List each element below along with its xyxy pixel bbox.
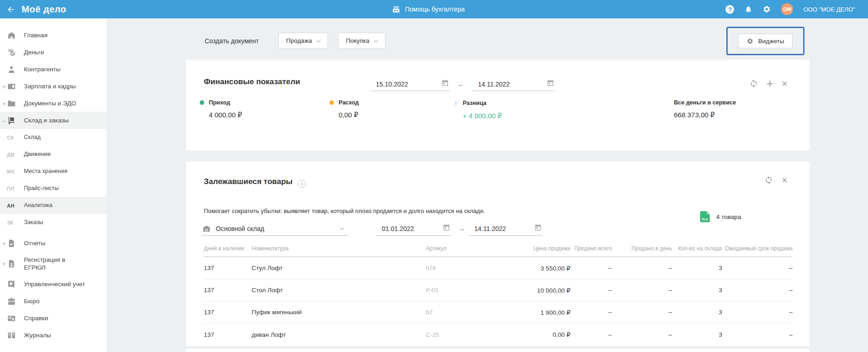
- sidebar-item-registraciya-egryul[interactable]: + Регистрация в ЕГРЮЛ: [0, 252, 107, 276]
- expand-plus[interactable]: +: [2, 100, 6, 107]
- collapse-minus[interactable]: –: [2, 117, 6, 124]
- sidebar-item-otchety[interactable]: + Отчеты: [0, 235, 107, 252]
- table-row[interactable]: 137 диван Лофт C-25 0,00 ₽ – – 3 –: [204, 323, 793, 346]
- metric-income: Приход 4 000,00 ₽: [200, 99, 242, 119]
- cash-register-icon: [391, 5, 400, 14]
- income-dot-icon: [200, 100, 204, 105]
- purchase-dropdown-button[interactable]: Покупка: [338, 33, 385, 49]
- top-header: Моё дело Помощь бухгалтера ?: [0, 0, 868, 18]
- metric-expense: Расход 0,00 ₽: [329, 99, 359, 119]
- table-row[interactable]: 137 Стол Лофт P-01 10 000,00 ₽ – – 3 –: [204, 279, 793, 301]
- home-icon: [7, 31, 16, 40]
- finance-widget-title: Финансовые показатели: [204, 77, 300, 87]
- sidebar-subitem-analitika[interactable]: АН Аналитика: [0, 197, 107, 214]
- header-left: Моё дело: [0, 4, 107, 15]
- expand-plus[interactable]: +: [2, 240, 6, 247]
- help-center-label: Помощь бухгалтера: [405, 6, 465, 13]
- sale-dropdown-button[interactable]: Продажа: [278, 33, 328, 49]
- expense-dot-icon: [329, 100, 334, 105]
- stale-goods-description: Помогает сократить убытки: выявляет това…: [204, 208, 485, 214]
- chevron-down-icon: [340, 225, 345, 230]
- table-row[interactable]: 137 Стул Лофт h76 3 550,00 ₽ – – 3 –: [204, 257, 793, 279]
- close-widget-icon[interactable]: ×: [782, 176, 788, 185]
- add-widget-icon[interactable]: +: [766, 79, 773, 88]
- xls-export-icon[interactable]: XLS: [700, 211, 710, 222]
- sidebar-item-spravki[interactable]: Справки: [0, 310, 107, 327]
- metric-difference: ↑ Разница + 4 000,00 ₽: [454, 99, 502, 120]
- stale-date-to-input[interactable]: 14.11.2022: [469, 222, 543, 236]
- user-avatar[interactable]: ОМ: [781, 3, 793, 15]
- stale-goods-controls: ×: [765, 176, 788, 185]
- gear-icon: [747, 38, 753, 45]
- money-icon: ₽: [7, 48, 16, 57]
- back-arrow-icon[interactable]: [6, 5, 15, 14]
- refresh-icon[interactable]: [749, 79, 758, 88]
- calendar-icon: [441, 79, 449, 87]
- stale-date-from-input[interactable]: 01.01.2022: [376, 222, 451, 236]
- total-money-value: 668 373,00 ₽: [674, 111, 736, 119]
- report-icon: [7, 239, 16, 248]
- metric-total-money: Все деньги в сервисе 668 373,00 ₽: [674, 99, 736, 119]
- goods-count-label: 4 товара: [716, 214, 741, 220]
- refresh-icon[interactable]: [765, 176, 773, 185]
- svg-text:₽: ₽: [10, 282, 12, 286]
- finance-date-to-input[interactable]: 14.11.2022: [472, 77, 555, 91]
- sidebar-item-kontragenty[interactable]: Контрагенты: [0, 61, 107, 78]
- sidebar-subitem-mesta-hraneniya[interactable]: МХ Места хранения: [0, 163, 107, 180]
- help-icon[interactable]: ?: [725, 5, 734, 14]
- app-logo[interactable]: Моё дело: [22, 4, 66, 15]
- settings-gear-icon[interactable]: [763, 5, 771, 13]
- folder-icon: [7, 99, 16, 108]
- notifications-bell-icon[interactable]: [744, 5, 753, 13]
- stale-goods-table: Дней в наличии Номенклатура Артикул Цена…: [204, 237, 793, 346]
- sidebar: Главная ₽ Деньги Контрагенты + Зарплата …: [0, 18, 107, 352]
- date-range-dash: –: [459, 81, 462, 88]
- warehouse-icon: [202, 225, 211, 233]
- sidebar-item-dokumenty[interactable]: + Документы и ЭДО: [0, 95, 107, 112]
- calendar-icon: [546, 79, 554, 87]
- handtruck-icon: [7, 116, 16, 125]
- accountant-help-button[interactable]: Помощь бухгалтера: [391, 5, 465, 14]
- sidebar-subitem-zakazy[interactable]: ЗК Заказы: [0, 214, 107, 231]
- company-name[interactable]: ООО "МОЕ ДЕЛО": [803, 6, 855, 13]
- sidebar-item-zarplata[interactable]: + Зарплата и кадры: [0, 78, 107, 95]
- stale-goods-title: Залежавшиеся товарыi: [204, 177, 306, 188]
- table-header-row: Дней в наличии Номенклатура Артикул Цена…: [204, 237, 793, 257]
- table-row[interactable]: 137 Пуфик мягенький b7 1 900,00 ₽ – – 3 …: [204, 301, 793, 323]
- sidebar-item-sklad-i-zakazy[interactable]: – Склад и заказы: [0, 112, 107, 129]
- calendar-icon: [534, 224, 542, 231]
- stale-goods-widget: Залежавшиеся товарыi × Помогает сократит…: [186, 162, 810, 346]
- sidebar-subitem-dvizhenie[interactable]: ДВ Движение: [0, 146, 107, 163]
- id-card-icon: [7, 314, 16, 323]
- registration-doc-icon: [7, 259, 16, 268]
- widgets-button[interactable]: Виджеты: [738, 34, 792, 48]
- sidebar-subitem-sklad[interactable]: СК Склад: [0, 129, 107, 146]
- warehouse-select[interactable]: Основной склад: [201, 222, 348, 236]
- expand-plus[interactable]: +: [2, 260, 6, 267]
- expense-value: 0,00 ₽: [339, 111, 359, 119]
- info-icon[interactable]: i: [298, 180, 306, 188]
- sidebar-item-byuro[interactable]: Бюро: [0, 293, 107, 310]
- difference-value: + 4 000,00 ₽: [463, 112, 502, 120]
- expand-plus[interactable]: +: [2, 83, 6, 90]
- person-icon: [7, 65, 16, 74]
- svg-text:₽: ₽: [11, 52, 14, 56]
- sidebar-subitem-prays-listy[interactable]: ПЛ Прайс-листы: [0, 180, 107, 197]
- finance-widget-controls: + ×: [749, 79, 788, 88]
- up-arrow-icon: ↑: [454, 99, 458, 107]
- book-icon: [7, 331, 16, 340]
- sidebar-item-upravlencheskiy-uchet[interactable]: ₽ Управленческий учет: [0, 276, 107, 293]
- chevron-down-icon: [316, 38, 321, 42]
- close-widget-icon[interactable]: ×: [782, 79, 788, 88]
- date-range-dash: –: [460, 225, 464, 233]
- create-document-label: Создать документ: [205, 37, 259, 45]
- sidebar-item-zhurnaly[interactable]: Журналы: [0, 327, 107, 344]
- income-value: 4 000,00 ₽: [209, 111, 242, 119]
- finance-date-from-input[interactable]: 15.10.2022: [370, 77, 450, 91]
- ruble-doc-icon: ₽: [7, 280, 16, 289]
- next-widget-edge: [186, 349, 810, 352]
- main-content: Создать документ Продажа Покупка Виджеты…: [107, 18, 868, 352]
- sidebar-item-dengi[interactable]: ₽ Деньги: [0, 44, 107, 61]
- sidebar-item-glavnaya[interactable]: Главная: [0, 27, 107, 44]
- finance-widget: Финансовые показатели 15.10.2022 – 14.11…: [186, 60, 810, 150]
